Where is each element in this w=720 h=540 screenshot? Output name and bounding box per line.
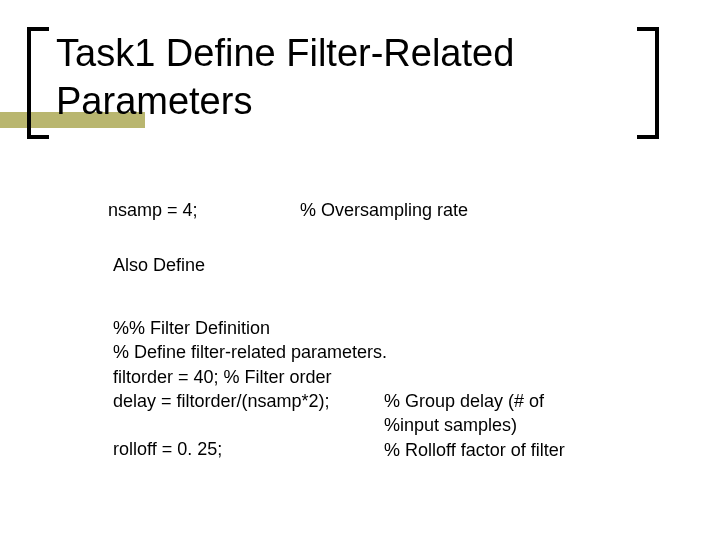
code-line-nsamp: nsamp = 4; [108, 198, 198, 222]
text-also-define: Also Define [113, 253, 205, 277]
comment-block-group-delay: % Group delay (# of %input samples) % Ro… [384, 389, 565, 462]
code-block-filter-definition: %% Filter Definition % Define filter-rel… [113, 316, 387, 462]
title-bracket-right [637, 27, 659, 139]
title-bracket-left [27, 27, 49, 139]
comment-oversampling: % Oversampling rate [300, 198, 468, 222]
slide: Task1 Define Filter-Related Parameters n… [0, 0, 720, 540]
slide-title: Task1 Define Filter-Related Parameters [56, 30, 626, 125]
